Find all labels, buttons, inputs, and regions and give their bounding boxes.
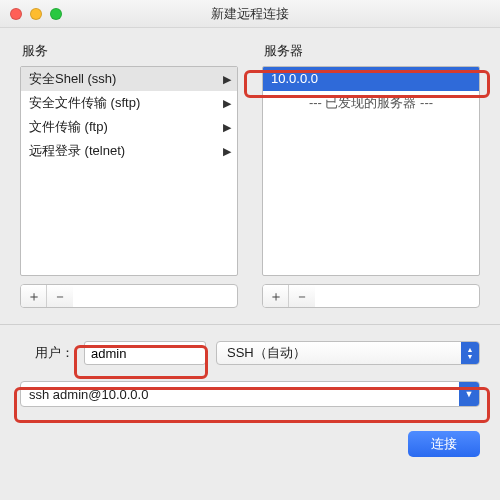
servers-remove-button[interactable]: － xyxy=(289,285,315,307)
service-item-label: 文件传输 (ftp) xyxy=(29,118,108,136)
window: 新建远程连接 服务 安全Shell (ssh) ▶ 安全文件传输 (sftp) … xyxy=(0,0,500,500)
command-row: ssh admin@10.0.0.0 ▼ xyxy=(20,381,480,407)
window-title: 新建远程连接 xyxy=(211,5,289,23)
server-discovered-header: --- 已发现的服务器 --- xyxy=(263,91,479,115)
chevron-right-icon: ▶ xyxy=(223,118,231,136)
command-text: ssh admin@10.0.0.0 xyxy=(21,387,148,402)
chevron-down-icon: ▼ xyxy=(459,382,479,406)
services-remove-button[interactable]: － xyxy=(47,285,73,307)
user-label: 用户： xyxy=(20,344,74,362)
service-item-label: 安全文件传输 (sftp) xyxy=(29,94,140,112)
services-add-button[interactable]: ＋ xyxy=(21,285,47,307)
protocol-popup[interactable]: SSH（自动） ▲ ▼ xyxy=(216,341,480,365)
server-item[interactable]: 10.0.0.0 xyxy=(263,67,479,91)
minimize-icon[interactable] xyxy=(30,8,42,20)
connect-button[interactable]: 连接 xyxy=(408,431,480,457)
service-item-sftp[interactable]: 安全文件传输 (sftp) ▶ xyxy=(21,91,237,115)
services-column: 服务 安全Shell (ssh) ▶ 安全文件传输 (sftp) ▶ 文件传输 … xyxy=(20,42,238,308)
service-item-label: 远程登录 (telnet) xyxy=(29,142,125,160)
content: 服务 安全Shell (ssh) ▶ 安全文件传输 (sftp) ▶ 文件传输 … xyxy=(0,28,500,475)
footer: 连接 xyxy=(20,431,480,457)
services-listbox[interactable]: 安全Shell (ssh) ▶ 安全文件传输 (sftp) ▶ 文件传输 (ft… xyxy=(20,66,238,276)
chevron-down-icon: ▼ xyxy=(467,353,474,360)
service-item-label: 安全Shell (ssh) xyxy=(29,70,116,88)
divider xyxy=(0,324,500,325)
service-item-ftp[interactable]: 文件传输 (ftp) ▶ xyxy=(21,115,237,139)
chevron-up-icon: ▲ xyxy=(467,346,474,353)
server-item-label: --- 已发现的服务器 --- xyxy=(309,95,433,110)
service-item-ssh[interactable]: 安全Shell (ssh) ▶ xyxy=(21,67,237,91)
chevron-right-icon: ▶ xyxy=(223,142,231,160)
chevron-right-icon: ▶ xyxy=(223,70,231,88)
servers-add-button[interactable]: ＋ xyxy=(263,285,289,307)
servers-column: 服务器 10.0.0.0 --- 已发现的服务器 --- ＋ － xyxy=(262,42,480,308)
titlebar: 新建远程连接 xyxy=(0,0,500,28)
user-row: 用户： SSH（自动） ▲ ▼ xyxy=(20,341,480,365)
user-input[interactable] xyxy=(84,341,206,365)
maximize-icon[interactable] xyxy=(50,8,62,20)
window-controls xyxy=(10,8,62,20)
chevron-right-icon: ▶ xyxy=(223,94,231,112)
server-item-label: 10.0.0.0 xyxy=(271,71,318,86)
services-add-remove: ＋ － xyxy=(20,284,238,308)
protocol-selected: SSH（自动） xyxy=(227,344,306,362)
servers-listbox[interactable]: 10.0.0.0 --- 已发现的服务器 --- xyxy=(262,66,480,276)
service-item-telnet[interactable]: 远程登录 (telnet) ▶ xyxy=(21,139,237,163)
servers-label: 服务器 xyxy=(262,42,480,60)
close-icon[interactable] xyxy=(10,8,22,20)
services-label: 服务 xyxy=(20,42,238,60)
command-combobox[interactable]: ssh admin@10.0.0.0 ▼ xyxy=(20,381,480,407)
servers-add-remove: ＋ － xyxy=(262,284,480,308)
stepper-icon: ▲ ▼ xyxy=(461,342,479,364)
